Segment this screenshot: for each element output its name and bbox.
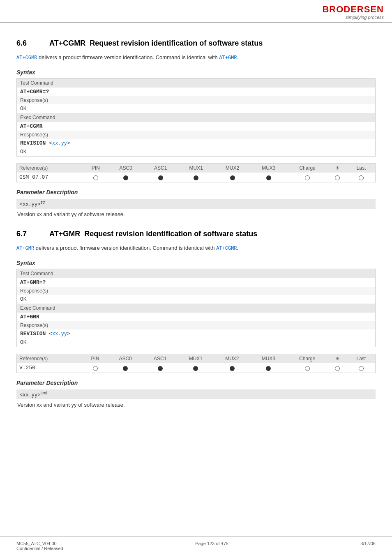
col-asc1: ASC1 bbox=[143, 164, 178, 173]
last-indicator-67 bbox=[359, 366, 364, 371]
col-asc0: ASC0 bbox=[108, 164, 143, 173]
section-67-param-name-row: <xx.yy>text bbox=[16, 389, 376, 399]
col-last: Last bbox=[347, 164, 376, 173]
at-cgmr-link2[interactable]: AT+CGMR bbox=[216, 246, 237, 251]
mux1-indicator bbox=[194, 175, 198, 180]
section-66-param-desc: Version xx and variant yy of software re… bbox=[16, 211, 376, 217]
test-responses-label-67: Response(s) bbox=[17, 287, 376, 295]
exec-command-code-row: AT+CGMR bbox=[17, 122, 376, 131]
xx-yy-link-67[interactable]: xx.yy bbox=[52, 331, 67, 337]
ref-asc0-67 bbox=[108, 363, 143, 373]
xx-yy-link-66[interactable]: xx.yy bbox=[52, 140, 67, 146]
mux2-indicator bbox=[230, 175, 235, 180]
footer-date: 3/17/06 bbox=[360, 541, 376, 551]
section-66-title: AT+CGMR Request revision identification … bbox=[49, 39, 263, 48]
exec-response-label-row: Response(s) bbox=[17, 131, 376, 139]
section-66-param-label: Parameter Description bbox=[16, 189, 376, 196]
test-response-value-67: OK bbox=[17, 295, 376, 304]
exec-command-code-67: AT+GMR bbox=[17, 313, 376, 321]
exec-responses-label: Response(s) bbox=[17, 131, 376, 139]
ref-header-row-67: Reference(s) PIN ASC0 ASC1 MUX1 MUX2 MUX… bbox=[17, 354, 376, 364]
section-67-number: 6.7 bbox=[16, 230, 37, 238]
asc1-indicator-67 bbox=[158, 366, 163, 371]
section-67-param-desc: Version xx and variant yy of software re… bbox=[16, 402, 376, 408]
ref-special-67 bbox=[328, 363, 347, 373]
section-66-number: 6.6 bbox=[16, 39, 37, 48]
ref-header-row: Reference(s) PIN ASC0 ASC1 MUX1 MUX2 MUX… bbox=[17, 164, 376, 173]
logo: BRODERSEN simplifying process bbox=[322, 4, 384, 20]
col-asc0-67: ASC0 bbox=[108, 354, 143, 364]
main-content: 6.6 AT+CGMR Request revision identificat… bbox=[0, 23, 392, 424]
exec-response1-row: REVISION <xx.yy> bbox=[17, 139, 376, 147]
pin-indicator bbox=[93, 175, 98, 180]
test-command-code: AT+CGMR=? bbox=[17, 88, 376, 96]
col-reference-67: Reference(s) bbox=[17, 354, 83, 364]
mux3-indicator bbox=[266, 175, 271, 180]
exec-command-header-row-67: Exec Command bbox=[17, 304, 376, 313]
section-67-syntax-table: Test Command AT+GMR=? Response(s) OK Exe… bbox=[16, 269, 376, 347]
col-pin: PIN bbox=[83, 164, 108, 173]
col-charge: Charge bbox=[287, 164, 328, 173]
ref-mux2-66 bbox=[214, 173, 250, 182]
col-mux2: MUX2 bbox=[214, 164, 250, 173]
test-command-code-row-67: AT+GMR=? bbox=[17, 278, 376, 287]
asc0-indicator bbox=[123, 175, 128, 180]
charge-indicator bbox=[305, 175, 310, 180]
col-mux1-67: MUX1 bbox=[178, 354, 214, 364]
ref-mux3-66 bbox=[251, 173, 287, 182]
page-header: BRODERSEN simplifying process bbox=[0, 0, 392, 23]
ref-last-66 bbox=[347, 173, 376, 182]
footer-left: MC55_ATC_V04.00 Confidential / Released bbox=[16, 541, 63, 551]
section-67-heading: 6.7 AT+GMR Request revision identificati… bbox=[16, 230, 376, 238]
mux1-indicator-67 bbox=[193, 366, 198, 371]
col-mux3: MUX3 bbox=[251, 164, 287, 173]
col-pin-67: PIN bbox=[82, 354, 108, 364]
col-mux3-67: MUX3 bbox=[250, 354, 287, 364]
ref-pin-66 bbox=[83, 173, 108, 182]
at-gmr-link[interactable]: AT+GMR bbox=[219, 55, 237, 61]
exec-command-code: AT+CGMR bbox=[17, 122, 376, 131]
test-response-label-row-67: Response(s) bbox=[17, 287, 376, 295]
col-last-67: Last bbox=[347, 354, 376, 364]
col-mux1: MUX1 bbox=[178, 164, 214, 173]
exec-response2-row: OK bbox=[17, 147, 376, 157]
brand-tagline: simplifying process bbox=[322, 15, 384, 20]
ref-special-66 bbox=[328, 173, 347, 182]
test-response-value-row-67: OK bbox=[17, 295, 376, 304]
test-response-value-row: OK bbox=[17, 104, 376, 113]
section-66-syntax-label: Syntax bbox=[16, 69, 376, 76]
footer-doc-status: Confidential / Released bbox=[16, 546, 63, 551]
exec-response1: REVISION <xx.yy> bbox=[17, 139, 376, 147]
at-cgmr-link[interactable]: AT+CGMR bbox=[16, 55, 37, 61]
last-indicator bbox=[359, 175, 364, 180]
section-67-syntax-label: Syntax bbox=[16, 260, 376, 266]
mux3-indicator-67 bbox=[266, 366, 271, 371]
section-66-ref-table: Reference(s) PIN ASC0 ASC1 MUX1 MUX2 MUX… bbox=[16, 163, 376, 182]
col-charge-67: Charge bbox=[287, 354, 328, 364]
asc1-indicator bbox=[158, 175, 163, 180]
section-66-heading: 6.6 AT+CGMR Request revision identificat… bbox=[16, 39, 376, 48]
col-mux2-67: MUX2 bbox=[214, 354, 251, 364]
test-command-header-row-67: Test Command bbox=[17, 269, 376, 279]
special-indicator-67 bbox=[335, 366, 340, 371]
test-responses-label: Response(s) bbox=[17, 96, 376, 104]
brand-name: BRODERSEN bbox=[322, 4, 384, 15]
ref-data-row-67: V.250 bbox=[17, 363, 376, 373]
test-response-value: OK bbox=[17, 104, 376, 113]
special-indicator bbox=[335, 175, 340, 180]
ref-value-67: V.250 bbox=[17, 363, 83, 373]
charge-indicator-67 bbox=[305, 366, 310, 371]
at-gmr-link2[interactable]: AT+GMR bbox=[16, 246, 34, 251]
ref-pin-67 bbox=[82, 363, 108, 373]
test-command-header-row: Test Command bbox=[17, 78, 376, 88]
param-type-66: str bbox=[40, 200, 45, 205]
ref-last-67 bbox=[347, 363, 376, 373]
section-67-param-label: Parameter Description bbox=[16, 380, 376, 386]
test-command-label-67: Test Command bbox=[17, 269, 376, 279]
exec-response2-67: OK bbox=[17, 338, 376, 347]
ref-charge-67 bbox=[287, 363, 328, 373]
exec-responses-label-67: Response(s) bbox=[17, 321, 376, 329]
page-footer: MC55_ATC_V04.00 Confidential / Released … bbox=[0, 537, 392, 555]
ref-mux1-67 bbox=[178, 363, 214, 373]
exec-response1-67: REVISION <xx.yy> bbox=[17, 329, 376, 338]
